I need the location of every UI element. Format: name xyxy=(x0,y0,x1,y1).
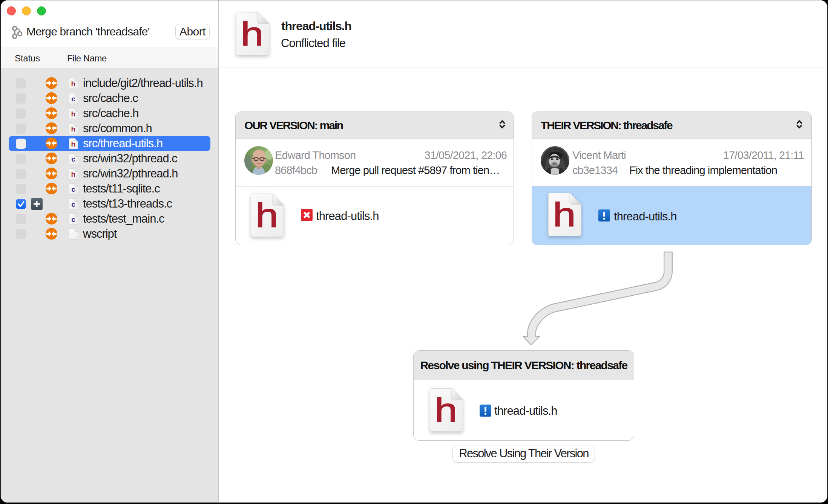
svg-text:h: h xyxy=(71,170,75,178)
svg-text:h: h xyxy=(71,110,75,118)
svg-text:h: h xyxy=(71,80,75,88)
svg-text:h: h xyxy=(435,391,457,429)
svg-text:h: h xyxy=(71,125,75,133)
svg-text:c: c xyxy=(71,215,75,223)
svg-text:c: c xyxy=(71,200,75,208)
svg-text:c: c xyxy=(71,185,75,193)
svg-text:c: c xyxy=(71,155,75,163)
svg-text:h: h xyxy=(241,15,264,53)
svg-text:h: h xyxy=(256,197,278,234)
svg-text:h: h xyxy=(71,140,75,148)
svg-text:h: h xyxy=(553,196,576,234)
svg-text:c: c xyxy=(71,95,75,103)
